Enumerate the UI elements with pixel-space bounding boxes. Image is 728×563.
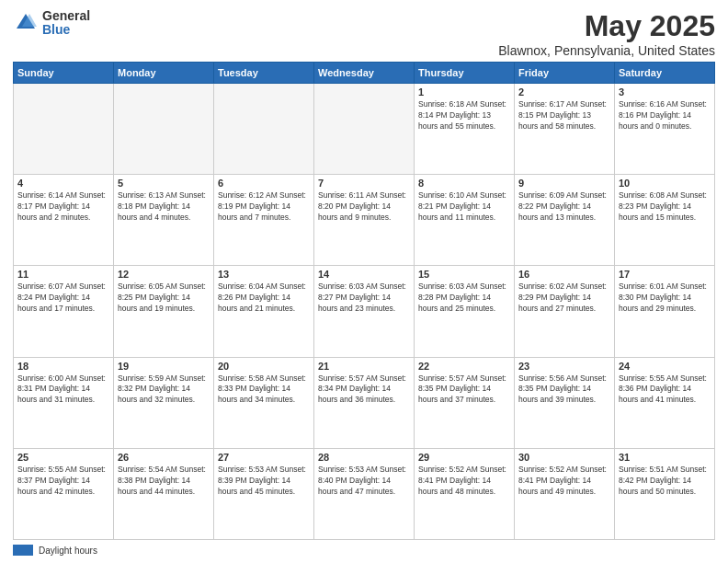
subtitle: Blawnox, Pennsylvania, United States bbox=[498, 43, 715, 58]
calendar-cell: 12Sunrise: 6:05 AM Sunset: 8:25 PM Dayli… bbox=[114, 266, 214, 357]
day-number: 12 bbox=[118, 269, 210, 280]
title-block: May 2025 Blawnox, Pennsylvania, United S… bbox=[498, 9, 715, 58]
calendar-week-4: 25Sunrise: 5:55 AM Sunset: 8:37 PM Dayli… bbox=[14, 448, 715, 539]
calendar-cell: 13Sunrise: 6:04 AM Sunset: 8:26 PM Dayli… bbox=[214, 266, 314, 357]
day-number: 14 bbox=[318, 269, 410, 280]
day-number: 2 bbox=[518, 86, 610, 98]
calendar-cell: 14Sunrise: 6:03 AM Sunset: 8:27 PM Dayli… bbox=[314, 266, 415, 357]
day-info: Sunrise: 5:57 AM Sunset: 8:35 PM Dayligh… bbox=[418, 373, 510, 407]
calendar-cell: 3Sunrise: 6:16 AM Sunset: 8:16 PM Daylig… bbox=[615, 84, 715, 175]
calendar-cell: 10Sunrise: 6:08 AM Sunset: 8:23 PM Dayli… bbox=[615, 175, 715, 266]
day-number: 16 bbox=[518, 269, 610, 280]
calendar-cell: 27Sunrise: 5:53 AM Sunset: 8:39 PM Dayli… bbox=[214, 448, 314, 539]
day-number: 9 bbox=[518, 178, 610, 189]
calendar-cell: 25Sunrise: 5:55 AM Sunset: 8:37 PM Dayli… bbox=[14, 448, 114, 539]
calendar-cell: 7Sunrise: 6:11 AM Sunset: 8:20 PM Daylig… bbox=[314, 175, 415, 266]
day-info: Sunrise: 6:10 AM Sunset: 8:21 PM Dayligh… bbox=[418, 190, 510, 224]
calendar-cell: 4Sunrise: 6:14 AM Sunset: 8:17 PM Daylig… bbox=[14, 175, 114, 266]
day-info: Sunrise: 5:55 AM Sunset: 8:36 PM Dayligh… bbox=[619, 373, 711, 407]
col-monday: Monday bbox=[114, 63, 214, 84]
day-number: 8 bbox=[418, 178, 510, 189]
calendar-cell bbox=[214, 84, 314, 175]
day-info: Sunrise: 5:55 AM Sunset: 8:37 PM Dayligh… bbox=[17, 465, 109, 498]
day-number: 11 bbox=[17, 269, 109, 280]
day-info: Sunrise: 5:53 AM Sunset: 8:39 PM Dayligh… bbox=[218, 465, 310, 498]
col-thursday: Thursday bbox=[415, 63, 515, 84]
day-info: Sunrise: 5:51 AM Sunset: 8:42 PM Dayligh… bbox=[619, 465, 711, 498]
day-number: 26 bbox=[118, 452, 210, 463]
calendar-cell: 20Sunrise: 5:58 AM Sunset: 8:33 PM Dayli… bbox=[214, 357, 314, 448]
day-info: Sunrise: 6:03 AM Sunset: 8:28 PM Dayligh… bbox=[418, 282, 510, 315]
day-info: Sunrise: 6:02 AM Sunset: 8:29 PM Dayligh… bbox=[518, 282, 610, 315]
day-info: Sunrise: 6:01 AM Sunset: 8:30 PM Dayligh… bbox=[619, 282, 711, 315]
daylight-swatch bbox=[13, 545, 33, 556]
calendar-cell: 23Sunrise: 5:56 AM Sunset: 8:35 PM Dayli… bbox=[515, 357, 615, 448]
calendar-table: Sunday Monday Tuesday Wednesday Thursday… bbox=[13, 62, 715, 540]
day-info: Sunrise: 6:09 AM Sunset: 8:22 PM Dayligh… bbox=[518, 190, 610, 224]
day-number: 3 bbox=[619, 86, 711, 98]
day-info: Sunrise: 5:54 AM Sunset: 8:38 PM Dayligh… bbox=[118, 465, 210, 498]
calendar-cell: 19Sunrise: 5:59 AM Sunset: 8:32 PM Dayli… bbox=[114, 357, 214, 448]
page: General Blue May 2025 Blawnox, Pennsylva… bbox=[0, 0, 728, 563]
day-info: Sunrise: 5:59 AM Sunset: 8:32 PM Dayligh… bbox=[118, 373, 210, 407]
calendar-cell: 17Sunrise: 6:01 AM Sunset: 8:30 PM Dayli… bbox=[615, 266, 715, 357]
footer-label: Daylight hours bbox=[39, 546, 97, 556]
day-number: 13 bbox=[218, 269, 310, 280]
day-info: Sunrise: 5:53 AM Sunset: 8:40 PM Dayligh… bbox=[318, 465, 410, 498]
calendar-header-row: Sunday Monday Tuesday Wednesday Thursday… bbox=[14, 63, 715, 84]
header: General Blue May 2025 Blawnox, Pennsylva… bbox=[13, 9, 715, 58]
day-number: 6 bbox=[218, 178, 310, 189]
calendar-cell: 24Sunrise: 5:55 AM Sunset: 8:36 PM Dayli… bbox=[615, 357, 715, 448]
day-number: 21 bbox=[318, 361, 410, 372]
day-number: 22 bbox=[418, 361, 510, 372]
col-sunday: Sunday bbox=[14, 63, 114, 84]
day-info: Sunrise: 6:03 AM Sunset: 8:27 PM Dayligh… bbox=[318, 282, 410, 315]
day-number: 28 bbox=[318, 452, 410, 463]
day-number: 29 bbox=[418, 452, 510, 463]
day-info: Sunrise: 6:00 AM Sunset: 8:31 PM Dayligh… bbox=[17, 373, 109, 407]
calendar-cell: 9Sunrise: 6:09 AM Sunset: 8:22 PM Daylig… bbox=[515, 175, 615, 266]
day-info: Sunrise: 6:18 AM Sunset: 8:14 PM Dayligh… bbox=[418, 99, 510, 132]
calendar-cell: 16Sunrise: 6:02 AM Sunset: 8:29 PM Dayli… bbox=[515, 266, 615, 357]
day-info: Sunrise: 6:12 AM Sunset: 8:19 PM Dayligh… bbox=[218, 190, 310, 224]
day-number: 31 bbox=[619, 452, 711, 463]
day-number: 10 bbox=[619, 178, 711, 189]
calendar-cell: 31Sunrise: 5:51 AM Sunset: 8:42 PM Dayli… bbox=[615, 448, 715, 539]
col-saturday: Saturday bbox=[615, 63, 715, 84]
day-number: 1 bbox=[418, 86, 510, 98]
calendar-cell: 15Sunrise: 6:03 AM Sunset: 8:28 PM Dayli… bbox=[415, 266, 515, 357]
calendar-cell: 29Sunrise: 5:52 AM Sunset: 8:41 PM Dayli… bbox=[415, 448, 515, 539]
logo-general: General bbox=[42, 9, 90, 23]
day-number: 19 bbox=[118, 361, 210, 372]
day-number: 17 bbox=[619, 269, 711, 280]
day-number: 7 bbox=[318, 178, 410, 189]
calendar-cell bbox=[114, 84, 214, 175]
day-info: Sunrise: 5:52 AM Sunset: 8:41 PM Dayligh… bbox=[518, 465, 610, 498]
calendar-cell: 8Sunrise: 6:10 AM Sunset: 8:21 PM Daylig… bbox=[415, 175, 515, 266]
footer: Daylight hours bbox=[13, 545, 715, 556]
calendar-cell: 5Sunrise: 6:13 AM Sunset: 8:18 PM Daylig… bbox=[114, 175, 214, 266]
day-number: 23 bbox=[518, 361, 610, 372]
logo-text: General Blue bbox=[42, 9, 90, 38]
day-number: 15 bbox=[418, 269, 510, 280]
day-number: 25 bbox=[17, 452, 109, 463]
logo-icon bbox=[13, 10, 39, 36]
calendar-cell: 11Sunrise: 6:07 AM Sunset: 8:24 PM Dayli… bbox=[14, 266, 114, 357]
calendar-cell: 2Sunrise: 6:17 AM Sunset: 8:15 PM Daylig… bbox=[515, 84, 615, 175]
day-number: 5 bbox=[118, 178, 210, 189]
day-info: Sunrise: 6:17 AM Sunset: 8:15 PM Dayligh… bbox=[518, 99, 610, 132]
day-info: Sunrise: 6:11 AM Sunset: 8:20 PM Dayligh… bbox=[318, 190, 410, 224]
day-number: 4 bbox=[17, 178, 109, 189]
day-info: Sunrise: 5:58 AM Sunset: 8:33 PM Dayligh… bbox=[218, 373, 310, 407]
day-number: 24 bbox=[619, 361, 711, 372]
day-info: Sunrise: 6:07 AM Sunset: 8:24 PM Dayligh… bbox=[17, 282, 109, 315]
logo-blue: Blue bbox=[42, 23, 90, 37]
calendar-week-0: 1Sunrise: 6:18 AM Sunset: 8:14 PM Daylig… bbox=[14, 84, 715, 175]
calendar-week-1: 4Sunrise: 6:14 AM Sunset: 8:17 PM Daylig… bbox=[14, 175, 715, 266]
day-info: Sunrise: 6:08 AM Sunset: 8:23 PM Dayligh… bbox=[619, 190, 711, 224]
day-info: Sunrise: 6:14 AM Sunset: 8:17 PM Dayligh… bbox=[17, 190, 109, 224]
day-info: Sunrise: 5:56 AM Sunset: 8:35 PM Dayligh… bbox=[518, 373, 610, 407]
day-number: 27 bbox=[218, 452, 310, 463]
col-tuesday: Tuesday bbox=[214, 63, 314, 84]
calendar-cell: 18Sunrise: 6:00 AM Sunset: 8:31 PM Dayli… bbox=[14, 357, 114, 448]
